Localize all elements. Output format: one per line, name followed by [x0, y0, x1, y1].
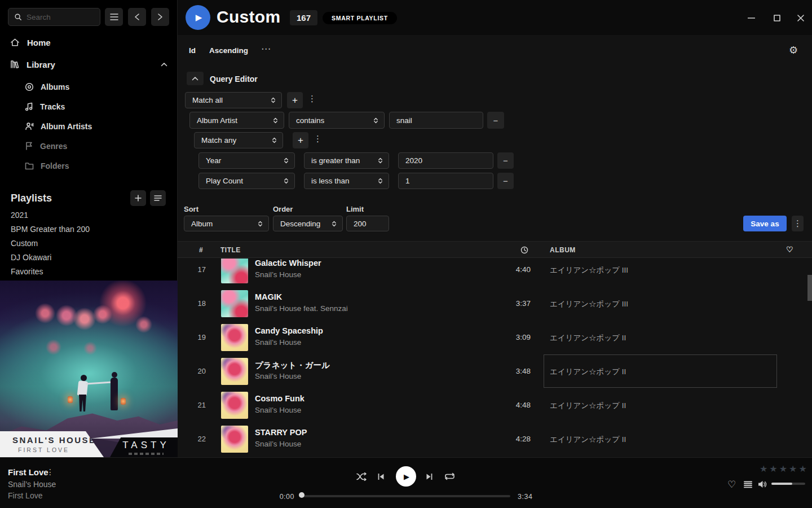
- favorite-heart-icon[interactable]: ♡: [786, 245, 793, 254]
- now-playing-album[interactable]: First Love: [8, 491, 42, 500]
- col-title[interactable]: TITLE: [220, 246, 241, 254]
- add-rule-button-group2[interactable]: +: [293, 132, 308, 148]
- group1-menu-button[interactable]: ⋮: [308, 95, 316, 103]
- nav-back-button[interactable]: [128, 8, 146, 26]
- scrollbar-thumb[interactable]: [807, 275, 812, 301]
- playlist-item-2021[interactable]: 2021: [0, 208, 178, 222]
- now-playing-menu-button[interactable]: ⋮: [46, 467, 54, 476]
- previous-button[interactable]: [377, 472, 385, 481]
- nav-forward-button[interactable]: [151, 8, 169, 26]
- star-icon[interactable]: ★: [789, 464, 798, 474]
- sidebar: Home Library Albums Tracks Album Artists…: [0, 0, 178, 457]
- sidebar-item-folders[interactable]: Folders: [0, 156, 178, 176]
- search-box[interactable]: [8, 8, 100, 26]
- sidebar-item-albums[interactable]: Albums: [0, 77, 178, 97]
- artist-icon: [25, 122, 34, 131]
- rule-operator-select[interactable]: is less than: [304, 173, 389, 189]
- progress-bar[interactable]: [302, 495, 510, 497]
- group2-menu-button[interactable]: ⋮: [314, 135, 322, 143]
- match-select-group1[interactable]: Match all: [185, 92, 282, 108]
- window-maximize-button[interactable]: [771, 12, 783, 24]
- rule-operator-select[interactable]: contains: [289, 112, 385, 129]
- rule-field-select[interactable]: Play Count: [198, 173, 295, 189]
- playlist-item-favorites[interactable]: Favorites: [0, 264, 178, 278]
- queue-button[interactable]: [744, 481, 752, 488]
- track-row[interactable]: 22 STARRY POP Snail’s House 4:28 エイリアン☆ポ…: [178, 422, 812, 456]
- next-button[interactable]: [425, 472, 434, 481]
- order-select[interactable]: Descending: [273, 216, 343, 231]
- sort-field-button[interactable]: Id: [189, 46, 196, 55]
- add-rule-button-group1[interactable]: +: [287, 92, 303, 108]
- select-caret-icon: [378, 157, 383, 164]
- query-menu-button[interactable]: ⋮: [792, 216, 804, 231]
- add-playlist-button[interactable]: [130, 190, 146, 206]
- plus-icon: [135, 195, 142, 202]
- rule-value-input[interactable]: [398, 152, 493, 169]
- playlist-item-custom[interactable]: Custom: [0, 236, 178, 250]
- remove-rule-button[interactable]: −: [497, 173, 514, 189]
- duration-clock-icon[interactable]: [520, 246, 528, 254]
- match-select-group2[interactable]: Match any: [194, 132, 283, 148]
- sidebar-item-home[interactable]: Home: [0, 32, 178, 52]
- col-index[interactable]: #: [199, 246, 203, 254]
- sidebar-item-library[interactable]: Library: [0, 54, 178, 75]
- more-options-button[interactable]: ⋯: [261, 43, 271, 55]
- flag-icon: [25, 142, 33, 150]
- tracks-label: Tracks: [40, 102, 65, 111]
- progress-knob[interactable]: [299, 492, 304, 498]
- limit-input[interactable]: [346, 216, 389, 231]
- now-playing-title[interactable]: First Love: [8, 467, 48, 477]
- chevron-left-icon: [134, 13, 140, 21]
- gear-icon[interactable]: ⚙: [789, 44, 798, 56]
- star-icon[interactable]: ★: [769, 464, 779, 474]
- window-close-button[interactable]: [795, 12, 806, 24]
- rule-value-input[interactable]: [398, 173, 493, 189]
- playlist-list-button[interactable]: [150, 190, 166, 206]
- now-playing-artist[interactable]: Snail’s House: [8, 480, 56, 489]
- volume-button[interactable]: [758, 480, 767, 488]
- star-icon[interactable]: ★: [779, 464, 789, 474]
- remove-rule-button[interactable]: −: [497, 152, 514, 169]
- play-pause-button[interactable]: ▶: [396, 466, 416, 487]
- window-minimize-button[interactable]: [745, 12, 757, 24]
- select-caret-icon: [332, 220, 337, 227]
- rule-field-select[interactable]: Album Artist: [189, 112, 284, 129]
- menu-button[interactable]: [105, 8, 123, 26]
- shuffle-icon: [356, 472, 368, 481]
- track-row[interactable]: 19 Candy Spaceship Snail’s House 3:09 エイ…: [178, 321, 812, 354]
- sort-direction-button[interactable]: Ascending: [209, 46, 248, 55]
- remove-rule-button[interactable]: −: [487, 112, 504, 129]
- rule-field-select[interactable]: Year: [198, 152, 295, 169]
- play-playlist-button[interactable]: ▶: [186, 5, 210, 30]
- favorite-button[interactable]: ♡: [727, 479, 736, 491]
- playlist-item-bpm[interactable]: BPM Greater than 200: [0, 222, 178, 236]
- track-list: 17 Galactic Whisper Snail’s House 4:40 エ…: [178, 259, 812, 457]
- star-icon[interactable]: ★: [798, 464, 808, 474]
- repeat-button[interactable]: [444, 472, 455, 480]
- select-caret-icon: [258, 220, 263, 227]
- select-caret-icon: [373, 117, 378, 124]
- track-row[interactable]: 17 Galactic Whisper Snail’s House 4:40 エ…: [178, 259, 812, 287]
- playlist-item-dj-okawari[interactable]: DJ Okawari: [0, 250, 178, 264]
- sidebar-item-genres[interactable]: Genres: [0, 136, 178, 156]
- shuffle-button[interactable]: [356, 472, 368, 481]
- track-row[interactable]: 18 MAGIK Snail’s House feat. Sennzai 3:3…: [178, 287, 812, 321]
- disc-icon: [25, 82, 34, 91]
- sort-select[interactable]: Album: [184, 216, 269, 231]
- search-input[interactable]: [27, 13, 89, 21]
- rating-stars[interactable]: ★★★★★: [760, 463, 809, 474]
- sidebar-item-tracks[interactable]: Tracks: [0, 97, 178, 116]
- chevron-up-icon[interactable]: [161, 62, 167, 67]
- track-row[interactable]: 20 プラネット・ガール Snail’s House 3:48 エイリアン☆ポッ…: [178, 354, 812, 388]
- focused-album-cell: [544, 354, 777, 388]
- rule-value-input[interactable]: [389, 112, 483, 129]
- track-row[interactable]: 21 Cosmo Funk Snail’s House 4:48 エイリアン☆ポ…: [178, 388, 812, 422]
- col-album[interactable]: ALBUM: [550, 246, 576, 254]
- query-editor-collapse-button[interactable]: [187, 72, 204, 85]
- now-playing-artwork: SNAIL'S HOUSE FIRST LOVE TASTY: [0, 281, 178, 457]
- rule-operator-select[interactable]: is greater than: [304, 152, 389, 169]
- playlists-title: Playlists: [11, 192, 52, 204]
- star-icon[interactable]: ★: [760, 464, 769, 474]
- save-as-button[interactable]: Save as: [743, 216, 787, 231]
- sidebar-item-album-artists[interactable]: Album Artists: [0, 116, 178, 136]
